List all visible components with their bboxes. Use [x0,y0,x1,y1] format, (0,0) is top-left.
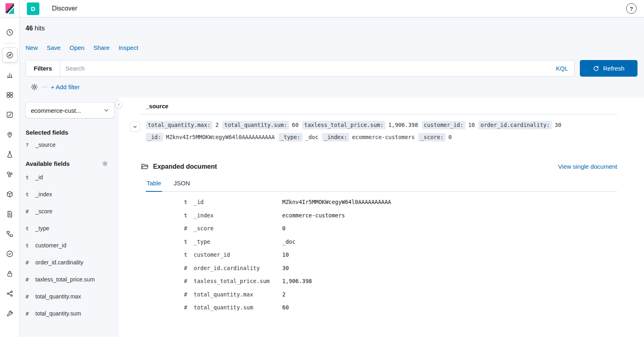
doc-table-field-name: _score [194,225,282,232]
field-name: _source [35,142,56,148]
field-item-total_quantity.max[interactable]: #total_quantity.max [26,288,115,305]
field-name: _type [35,225,49,232]
field-type-icon: t [184,199,194,205]
kql-selector[interactable]: KQL [550,65,574,72]
doc-table-field-value: ecommerce-customers [282,212,345,219]
field-item-order_id.cardinality[interactable]: #order_id.cardinality [26,254,115,271]
doc-field-value: 0 [448,133,452,142]
metrics-icon[interactable] [0,184,20,204]
doc-table-field-name: total_quantity.sum [194,304,282,311]
kibana-logo[interactable] [0,0,20,17]
menu-save-link[interactable]: Save [47,44,61,51]
doc-table-field-value: 10 [282,251,289,258]
doc-field-badge: _index:ecommerce-customers [322,133,415,142]
kibana-logo-icon [4,3,15,14]
document-summary: total_quantity.max:2total_quantity.sum:6… [146,121,617,142]
search-input[interactable] [60,60,550,76]
doc-field-badge: _type:_doc [279,133,318,142]
app-badge: D [27,2,39,15]
column-header-divider [141,114,617,114]
doc-field-value: 1,906.398 [388,121,418,129]
doc-table-field-name: total_quantity.max [194,291,282,298]
field-item-total_quantity.sum[interactable]: #total_quantity.sum [26,305,115,322]
view-single-document-link[interactable]: View single document [558,163,617,170]
field-type-icon: ? [26,142,35,148]
field-item-_source[interactable]: ?_source [26,137,115,152]
field-name: _score [35,208,52,215]
field-item-_index[interactable]: t_index [26,186,115,203]
visualize-icon[interactable] [0,65,20,85]
gear-icon [30,83,38,91]
maps-icon[interactable] [0,124,20,144]
field-type-icon: # [26,311,35,317]
doc-field-badge: total_quantity.max:2 [146,121,219,129]
doc-field-value: 10 [468,121,475,129]
field-type-icon: # [184,225,194,232]
machine-learning-icon[interactable] [0,144,20,164]
tab-table[interactable]: Table [146,180,162,192]
document-row: total_quantity.max:2total_quantity.sum:6… [130,121,617,142]
menu-share-link[interactable]: Share [93,44,110,51]
doc-field-value: ecommerce-customers [352,133,415,142]
field-item-_type[interactable]: t_type [26,220,115,237]
field-name: taxless_total_price.sum [35,276,95,283]
field-name: order_id.cardinality [35,259,83,266]
uptime-icon[interactable] [0,244,20,264]
document-table: t_idMZknv4Ir5MMOKWcegyW64l0AAAAAAAAAAt_i… [146,195,617,314]
field-type-icon: t [184,251,194,258]
field-type-icon: t [184,238,194,245]
collapse-sidebar-button[interactable]: ‹ [115,101,123,108]
infrastructure-icon[interactable] [0,164,20,184]
doc-table-field-value: 30 [282,265,289,271]
filter-bar-divider [42,87,47,87]
canvas-icon[interactable] [0,105,20,124]
field-item-_id[interactable]: t_id [26,169,115,186]
doc-table-field-value: 0 [282,225,285,232]
tab-json[interactable]: JSON [173,180,191,192]
recently-viewed-icon[interactable] [0,22,20,42]
doc-table-row: t_indexecommerce-customers [146,209,617,222]
doc-table-row: t_type_doc [146,235,617,249]
refresh-button[interactable]: Refresh [580,60,638,77]
field-item-taxless_total_price.sum[interactable]: #taxless_total_price.sum [26,271,115,288]
field-name: _index [35,191,52,197]
doc-field-key: customer_id: [422,121,466,129]
doc-table-row: #total_quantity.max2 [146,288,617,301]
logs-icon[interactable] [0,204,20,224]
doc-field-value: MZknv4Ir5MMOKWcegyW64l0AAAAAAAAAA [166,133,275,142]
menu-open-link[interactable]: Open [69,44,84,51]
field-name: total_quantity.sum [35,310,81,317]
chevron-down-icon [132,124,138,129]
menu-inspect-link[interactable]: Inspect [119,44,138,51]
field-item-_score[interactable]: #_score [26,203,115,220]
folder-open-icon [141,163,149,170]
index-pattern-selector[interactable]: ecommerce-cust... [26,103,115,118]
dashboard-icon[interactable] [0,85,20,105]
field-type-icon: # [184,304,194,311]
field-item-customer_id[interactable]: tcustomer_id [26,237,115,254]
filters-button[interactable]: Filters [26,60,60,76]
source-column-header: _source [146,103,617,109]
management-icon[interactable] [0,303,20,323]
selected-fields-heading: Selected fields [26,129,115,136]
doc-table-field-name: _type [194,238,282,245]
doc-table-field-value: 2 [282,291,285,298]
doc-table-row: tcustomer_id10 [146,248,617,262]
monitoring-icon[interactable] [0,283,20,303]
doc-table-field-name: _id [194,199,282,205]
filter-settings-icon[interactable] [30,83,38,91]
add-filter-link[interactable]: + Add filter [51,84,80,90]
doc-table-field-name: customer_id [194,251,282,258]
menu-new-link[interactable]: New [26,44,38,51]
expand-row-button[interactable] [130,122,140,132]
discover-icon[interactable] [0,45,20,65]
apm-icon[interactable] [0,224,20,244]
content: ecommerce-cust... Selected fields ?_sour… [20,97,644,337]
doc-table-field-name: _index [194,212,282,219]
security-icon[interactable] [0,264,20,283]
doc-field-badge: _score:0 [418,133,452,142]
field-settings-icon[interactable] [102,161,108,167]
index-pattern-name: ecommerce-cust... [31,107,81,114]
available-fields-heading: Available fields [26,160,70,167]
help-icon[interactable]: ? [626,3,637,14]
